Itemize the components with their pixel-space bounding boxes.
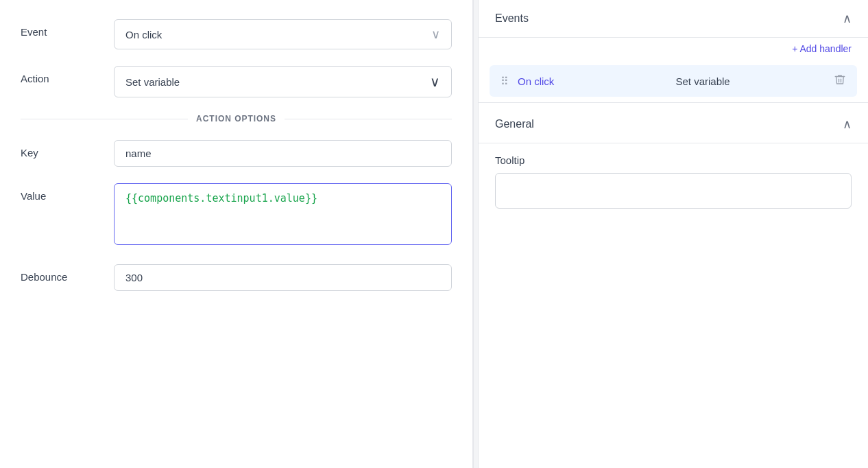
handler-event-label: On click bbox=[518, 75, 668, 87]
drag-handle-icon[interactable]: ⠿ bbox=[501, 75, 509, 88]
divider-line-right bbox=[285, 119, 452, 119]
general-section-header: General ∧ bbox=[479, 106, 868, 143]
general-chevron-up-icon[interactable]: ∧ bbox=[843, 117, 852, 132]
key-control bbox=[114, 140, 452, 167]
add-handler-button[interactable]: + Add handler bbox=[479, 38, 868, 60]
divider-line-left bbox=[21, 119, 188, 119]
debounce-input[interactable] bbox=[114, 264, 452, 291]
action-control: Set variable ∨ bbox=[114, 66, 452, 97]
value-textarea[interactable]: {{components.textinput1.value}} bbox=[114, 183, 452, 245]
action-select-value: Set variable bbox=[125, 76, 180, 88]
action-options-divider: ACTION OPTIONS bbox=[21, 114, 452, 124]
handler-action-label: Set variable bbox=[676, 75, 826, 87]
debounce-row: Debounce bbox=[21, 264, 452, 291]
events-section-header: Events ∧ bbox=[479, 0, 868, 38]
event-chevron-icon: ∨ bbox=[431, 27, 440, 42]
delete-handler-button[interactable] bbox=[834, 73, 846, 89]
right-panel: Events ∧ + Add handler ⠿ On click Set va… bbox=[479, 0, 868, 468]
key-row: Key bbox=[21, 140, 452, 167]
debounce-control bbox=[114, 264, 452, 291]
value-row: Value {{components.textinput1.value}} bbox=[21, 183, 452, 248]
action-row: Action Set variable ∨ bbox=[21, 66, 452, 97]
action-options-title: ACTION OPTIONS bbox=[196, 114, 276, 124]
events-chevron-up-icon[interactable]: ∧ bbox=[843, 11, 852, 26]
debounce-label: Debounce bbox=[21, 264, 103, 283]
general-title: General bbox=[495, 118, 534, 130]
toggle-area bbox=[21, 14, 452, 19]
general-section-body: Tooltip bbox=[479, 143, 868, 220]
events-title: Events bbox=[495, 12, 529, 25]
action-select[interactable]: Set variable ∨ bbox=[114, 66, 452, 97]
value-label: Value bbox=[21, 183, 103, 202]
event-label: Event bbox=[21, 19, 103, 38]
event-row: Event On click ∨ bbox=[21, 19, 452, 49]
action-chevron-icon: ∨ bbox=[430, 73, 440, 90]
panel-divider bbox=[473, 0, 479, 468]
event-select-value: On click bbox=[125, 29, 162, 40]
section-separator bbox=[479, 102, 868, 103]
value-control: {{components.textinput1.value}} bbox=[114, 183, 452, 248]
event-handler-item[interactable]: ⠿ On click Set variable bbox=[490, 65, 857, 97]
key-input[interactable] bbox=[114, 140, 452, 167]
action-label: Action bbox=[21, 66, 103, 84]
tooltip-label: Tooltip bbox=[495, 154, 852, 166]
tooltip-input[interactable] bbox=[495, 173, 852, 209]
event-control: On click ∨ bbox=[114, 19, 452, 49]
event-select[interactable]: On click ∨ bbox=[114, 19, 452, 49]
key-label: Key bbox=[21, 140, 103, 159]
left-panel: Event On click ∨ Action Set variable ∨ A… bbox=[0, 0, 473, 468]
